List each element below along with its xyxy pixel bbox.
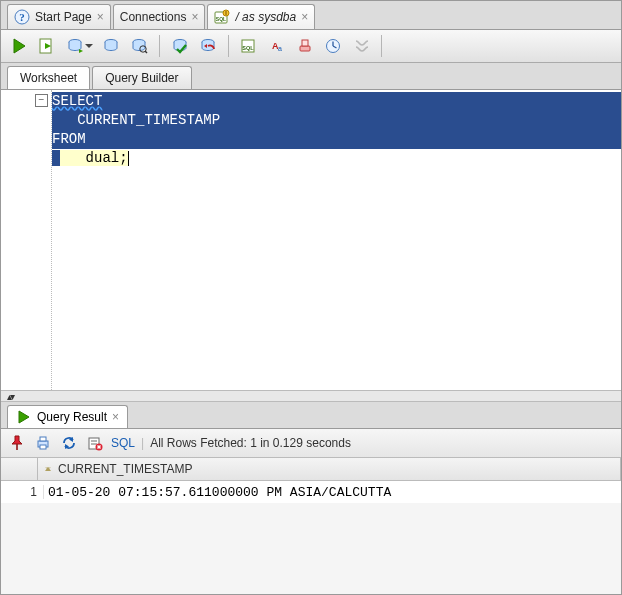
explain-plan-button[interactable] bbox=[63, 34, 87, 58]
sql-link[interactable]: SQL bbox=[111, 436, 135, 450]
commit-button[interactable] bbox=[168, 34, 192, 58]
row-header-corner bbox=[1, 458, 38, 480]
grid-header: CURRENT_TIMESTAMP bbox=[1, 458, 621, 481]
separator bbox=[381, 35, 382, 57]
sql-file-icon: SQL bbox=[214, 9, 230, 25]
tab-connections[interactable]: Connections × bbox=[113, 4, 206, 29]
autotrace-button[interactable] bbox=[99, 34, 123, 58]
svg-rect-32 bbox=[40, 445, 46, 449]
code-line: FROM bbox=[52, 131, 86, 147]
pin-button[interactable] bbox=[7, 433, 27, 453]
tab-label: Connections bbox=[120, 10, 187, 24]
svg-rect-31 bbox=[40, 437, 46, 441]
code-line: SELECT bbox=[52, 93, 102, 109]
svg-marker-7 bbox=[14, 39, 25, 53]
horizontal-splitter[interactable]: ▴▾ bbox=[1, 390, 621, 402]
results-grid[interactable]: CURRENT_TIMESTAMP 1 01-05-20 07:15:57.61… bbox=[1, 458, 621, 503]
row-index: 1 bbox=[1, 485, 44, 499]
separator bbox=[228, 35, 229, 57]
sql-tuning-button[interactable] bbox=[127, 34, 151, 58]
to-uppercase-button[interactable]: Aa bbox=[265, 34, 289, 58]
sql-editor[interactable]: − SELECT CURRENT_TIMESTAMP FROM dual; bbox=[1, 90, 621, 390]
separator bbox=[159, 35, 160, 57]
svg-text:SQL: SQL bbox=[216, 16, 226, 22]
editor-gutter: − bbox=[1, 90, 52, 390]
run-statement-button[interactable] bbox=[7, 34, 31, 58]
svg-marker-28 bbox=[19, 411, 29, 423]
tab-sysdba[interactable]: SQL / as sysdba × bbox=[207, 4, 315, 29]
worksheet-tab-bar: Worksheet Query Builder bbox=[1, 63, 621, 90]
sql-history-button[interactable] bbox=[321, 34, 345, 58]
column-name: CURRENT_TIMESTAMP bbox=[58, 462, 192, 476]
svg-text:SQL: SQL bbox=[242, 45, 254, 51]
help-icon: ? bbox=[14, 9, 30, 25]
svg-rect-24 bbox=[302, 40, 308, 46]
fold-toggle-icon[interactable]: − bbox=[35, 94, 48, 107]
tab-query-result[interactable]: Query Result × bbox=[7, 405, 128, 428]
run-script-button[interactable] bbox=[35, 34, 59, 58]
splitter-handle-icon: ▴▾ bbox=[7, 391, 13, 402]
column-header[interactable]: CURRENT_TIMESTAMP bbox=[38, 458, 621, 480]
close-icon[interactable]: × bbox=[97, 11, 104, 23]
text-cursor bbox=[128, 151, 129, 166]
svg-rect-6 bbox=[225, 14, 227, 15]
file-tab-bar: ? Start Page × Connections × SQL / as sy… bbox=[1, 1, 621, 30]
tab-worksheet[interactable]: Worksheet bbox=[7, 66, 90, 89]
svg-text:?: ? bbox=[19, 11, 25, 23]
refresh-button[interactable] bbox=[59, 433, 79, 453]
print-button[interactable] bbox=[33, 433, 53, 453]
clear-button[interactable] bbox=[293, 34, 317, 58]
svg-point-4 bbox=[223, 10, 229, 16]
delete-result-button[interactable] bbox=[85, 433, 105, 453]
close-icon[interactable]: × bbox=[191, 11, 198, 23]
close-icon[interactable]: × bbox=[112, 411, 119, 423]
table-row[interactable]: 1 01-05-20 07:15:57.611000000 PM ASIA/CA… bbox=[1, 481, 621, 503]
cell-value[interactable]: 01-05-20 07:15:57.611000000 PM ASIA/CALC… bbox=[44, 485, 621, 500]
rollback-button[interactable] bbox=[196, 34, 220, 58]
code-line: CURRENT_TIMESTAMP bbox=[52, 112, 220, 128]
svg-marker-11 bbox=[79, 49, 83, 53]
svg-rect-23 bbox=[300, 46, 310, 51]
snippets-button[interactable] bbox=[349, 34, 373, 58]
results-toolbar: SQL | All Rows Fetched: 1 in 0.129 secon… bbox=[1, 429, 621, 458]
svg-text:a: a bbox=[278, 45, 282, 52]
tab-label: Start Page bbox=[35, 10, 92, 24]
tab-label: / as sysdba bbox=[235, 10, 296, 24]
tab-label: Query Result bbox=[37, 410, 107, 424]
code-line: dual; bbox=[60, 150, 127, 166]
tab-query-builder[interactable]: Query Builder bbox=[92, 66, 191, 89]
results-tab-bar: Query Result × bbox=[1, 402, 621, 429]
tab-start-page[interactable]: ? Start Page × bbox=[7, 4, 111, 29]
unshared-worksheet-button[interactable]: SQL bbox=[237, 34, 261, 58]
sort-icon bbox=[42, 463, 54, 475]
svg-line-15 bbox=[145, 51, 147, 53]
play-icon bbox=[16, 409, 32, 425]
fetch-status-text: All Rows Fetched: 1 in 0.129 seconds bbox=[150, 436, 351, 450]
svg-rect-5 bbox=[225, 12, 227, 13]
worksheet-toolbar: SQL Aa bbox=[1, 30, 621, 63]
close-icon[interactable]: × bbox=[301, 11, 308, 23]
editor-content[interactable]: SELECT CURRENT_TIMESTAMP FROM dual; bbox=[52, 90, 621, 390]
